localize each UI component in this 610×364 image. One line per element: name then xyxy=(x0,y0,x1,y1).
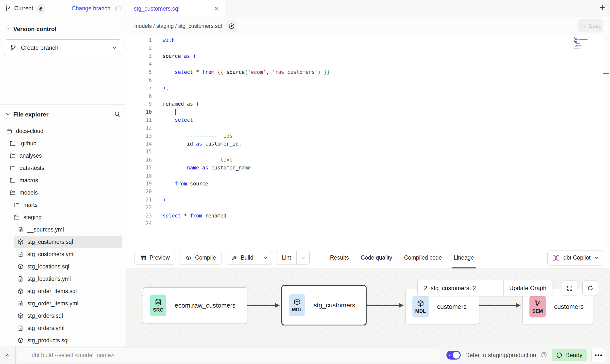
change-branch-link[interactable]: Change branch xyxy=(72,5,110,12)
breadcrumb-row: models / staging / stg_customers.sql Sav… xyxy=(126,17,610,35)
chevron-down-icon[interactable] xyxy=(5,112,10,117)
tab-lineage[interactable]: Lineage xyxy=(454,247,474,268)
save-button[interactable]: Save xyxy=(578,19,603,33)
file-explorer-header: File explorer xyxy=(0,108,126,121)
result-panel-tabs: ResultsCode qualityCompiled codeLineage xyxy=(330,247,474,268)
update-graph-button[interactable]: Update Graph xyxy=(503,280,552,296)
tree-item-marts[interactable]: marts xyxy=(10,199,122,211)
compile-button[interactable]: Compile xyxy=(180,251,221,265)
fullscreen-button[interactable] xyxy=(562,280,577,296)
model-selector-input[interactable]: 2+stg_customers+2 xyxy=(418,280,503,296)
tree-item-docs-cloud[interactable]: docs-cloud xyxy=(3,125,122,137)
lint-caret[interactable] xyxy=(296,251,309,265)
lint-button: Lint xyxy=(276,251,310,265)
tree-item-stg-customers-sql[interactable]: stg_customers.sql xyxy=(14,236,122,248)
line-number: 7 xyxy=(126,84,152,92)
line-number: 3 xyxy=(126,52,152,60)
tree-item-label: stg_products.sql xyxy=(27,337,68,344)
dbt-command-input[interactable]: dbt build --select <model_name> xyxy=(18,347,440,363)
model-icon xyxy=(17,239,24,245)
file-icon xyxy=(17,300,24,307)
tree-item-analyses[interactable]: analyses xyxy=(6,150,122,162)
tree-item-models[interactable]: models xyxy=(6,187,122,199)
minimap[interactable] xyxy=(574,37,604,54)
code-line-10: 10 xyxy=(126,108,574,116)
model-icon xyxy=(17,263,24,270)
compile-label: Compile xyxy=(195,254,216,261)
line-number: 11 xyxy=(126,116,152,124)
tree-item-label: marts xyxy=(23,202,38,208)
node-type-badge: MDL xyxy=(412,296,429,317)
dbt-copilot-button[interactable]: dbt Copilot xyxy=(547,250,604,265)
chevron-down-icon[interactable] xyxy=(5,26,10,32)
lineage-panel[interactable]: SRCecom.raw_customersMDLstg_customersMDL… xyxy=(126,268,610,346)
tree-item-label: data-tests xyxy=(19,165,44,171)
node-type-badge: MDL xyxy=(289,294,305,316)
folder-icon xyxy=(9,165,16,171)
code-line-7: 7), xyxy=(126,84,574,92)
code-line-6: 6 xyxy=(126,76,574,84)
tab-compiled-code[interactable]: Compiled code xyxy=(404,247,442,268)
tab-stg-customers-sql[interactable]: stg_customers.sql × xyxy=(126,0,225,17)
tree-item-stg-locations-sql[interactable]: stg_locations.sql xyxy=(14,261,122,273)
tree-item-label: staging xyxy=(23,214,42,221)
editor-scrollbar[interactable] xyxy=(604,35,610,247)
preview-button[interactable]: Preview xyxy=(135,251,175,265)
tree-item--sources-yml[interactable]: __sources.yml xyxy=(14,224,122,236)
search-icon[interactable] xyxy=(114,111,121,118)
tree-item-stg-products-sql[interactable]: stg_products.sql xyxy=(14,334,122,347)
refresh-icon xyxy=(587,285,594,292)
lint-main[interactable]: Lint xyxy=(276,251,296,265)
tab-code-quality[interactable]: Code quality xyxy=(361,247,392,268)
refresh-button[interactable] xyxy=(582,280,598,296)
tree-item-stg-locations-yml[interactable]: stg_locations.yml xyxy=(14,273,122,285)
tree-item-label: analyses xyxy=(19,152,42,159)
tab-title: stg_customers.sql xyxy=(134,5,179,12)
code-editor[interactable]: 1with23source as (45 select * from {{ so… xyxy=(126,35,610,247)
lineage-node-stg-customers-mdl[interactable]: MDLstg_customers xyxy=(281,285,367,325)
code-line-5: 5 select * from {{ source('ecom', 'raw_c… xyxy=(126,68,574,76)
code-line-3: 3source as ( xyxy=(126,52,574,60)
status-badge[interactable]: Ready xyxy=(552,349,587,361)
tree-item-stg-orders-sql[interactable]: stg_orders.sql xyxy=(14,310,122,322)
tree-item-stg-orders-yml[interactable]: stg_orders.yml xyxy=(14,322,122,334)
folder-open-icon xyxy=(6,128,13,134)
floppy-icon xyxy=(580,23,586,29)
more-options-button[interactable]: ••• xyxy=(591,348,606,362)
tree-item-macros[interactable]: macros xyxy=(6,174,122,187)
tree-item-label: stg_orders.sql xyxy=(27,313,63,319)
close-icon[interactable]: × xyxy=(214,5,219,12)
tree-item-staging[interactable]: staging xyxy=(10,211,122,224)
build-caret[interactable] xyxy=(259,251,272,265)
build-button: Build xyxy=(226,251,272,265)
defer-toggle[interactable] xyxy=(446,351,461,360)
tree-item-stg-order-items-yml[interactable]: stg_order_items.yml xyxy=(14,298,122,310)
tab-results[interactable]: Results xyxy=(330,247,349,268)
badge-label: SRC xyxy=(153,307,163,313)
create-branch-main[interactable]: Create branch xyxy=(4,40,107,56)
sidebar: Current Change branch Version control xyxy=(0,0,126,346)
health-compass-icon[interactable] xyxy=(226,20,237,32)
create-branch-caret[interactable] xyxy=(107,40,122,56)
help-icon[interactable] xyxy=(541,351,547,359)
badge-label: MDL xyxy=(292,307,302,313)
line-number: 10 xyxy=(126,108,152,116)
docs-copy-icon[interactable] xyxy=(114,5,121,12)
tree-item-data-tests[interactable]: data-tests xyxy=(6,162,122,174)
build-main[interactable]: Build xyxy=(226,251,259,265)
file-icon xyxy=(17,251,24,258)
new-tab-button[interactable]: + xyxy=(600,2,605,13)
table-icon xyxy=(140,255,147,261)
code-icon xyxy=(185,254,192,261)
expand-panel-button[interactable] xyxy=(0,352,15,358)
editor-scrollbar-thumb[interactable] xyxy=(603,73,609,74)
lock-icon xyxy=(38,6,43,11)
tree-item-stg-customers-yml[interactable]: stg_customers.yml xyxy=(14,248,122,261)
tree-item--github[interactable]: .github xyxy=(6,137,122,150)
folder-icon xyxy=(9,152,16,159)
breadcrumb: models / staging / stg_customers.sql xyxy=(134,23,222,29)
lineage-node-ecom-raw-customers-src[interactable]: SRCecom.raw_customers xyxy=(143,287,247,323)
tree-item-stg-order-items-sql[interactable]: stg_order_items.sql xyxy=(14,285,122,298)
code-lines: 1with23source as (45 select * from {{ so… xyxy=(126,36,574,228)
code-line-9: 9renamed as ( xyxy=(126,100,574,108)
